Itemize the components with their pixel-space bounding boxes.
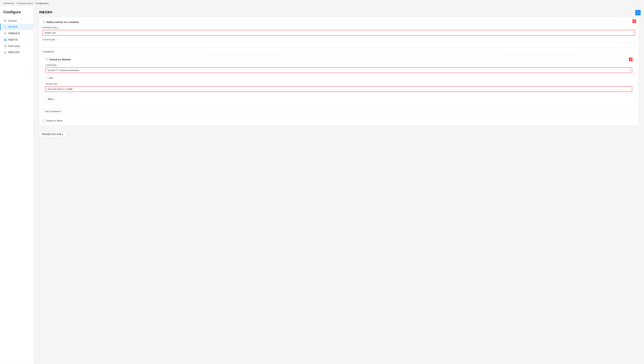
section-title: 构建后操作 xyxy=(39,11,638,14)
breadcrumb: Dashboard › Freestyle project › Configur… xyxy=(0,0,644,7)
add-container-dropdown-icon: ▾ xyxy=(60,110,61,113)
deploy-on-failure-label: Deploy on failure xyxy=(46,119,63,122)
sidebar-label-general: General xyxy=(8,19,17,22)
add-container-label: Add Container xyxy=(45,110,59,113)
deploy-card-close[interactable]: ✕ xyxy=(632,19,636,23)
containers-label: Containers xyxy=(42,50,635,53)
context-path-group: Context path ? xyxy=(42,38,635,48)
refresh-icon: ↻ xyxy=(4,32,6,35)
sidebar-label-post-build: 构建后操作 xyxy=(8,51,20,54)
edit-icon: ✎ xyxy=(637,11,639,14)
breadcrumb-sep-1: › xyxy=(15,2,16,5)
tomcat-url-label-text: Tomcat URL xyxy=(46,83,58,85)
breadcrumb-project[interactable]: Freestyle project xyxy=(17,2,33,5)
sidebar-item-build-env[interactable]: 🌐 构建环境 xyxy=(0,37,34,43)
advanced-dropdown-icon: ▾ xyxy=(53,98,54,101)
tomcat-container-card: ☰ Tomcat 8.x Remote ✕ Credentials tomcat… xyxy=(42,55,635,105)
war-ear-input[interactable] xyxy=(42,30,635,36)
globe-icon: 🌐 xyxy=(4,39,6,41)
deploy-card: ☰ Deploy war/ear to a container ✕ WAR/EA… xyxy=(39,17,638,125)
steps-icon: ☰ xyxy=(4,45,6,47)
advanced-button-text: 高级 xyxy=(48,98,52,101)
context-path-label-text: Context path xyxy=(42,38,55,41)
add-step-dropdown-icon: ▾ xyxy=(62,133,63,136)
sidebar-item-build-steps[interactable]: ☰ Build Steps xyxy=(0,43,34,49)
sidebar-label-source-mgmt: 源码管理 xyxy=(8,26,18,29)
main-content: ✎ 构建后操作 ☰ Deploy war/ear to a container … xyxy=(34,7,644,364)
credentials-select-wrap: tomcat/****** (tomcat-Username) ▾ xyxy=(46,67,632,73)
sidebar-item-general[interactable]: ⚙ General xyxy=(0,18,34,24)
tomcat-url-group: Tomcat URL ? xyxy=(46,83,632,92)
tomcat-card-close[interactable]: ✕ xyxy=(629,58,632,61)
tomcat-drag-handle-icon[interactable]: ☰ xyxy=(46,58,48,61)
credentials-label: Credentials xyxy=(46,64,632,66)
deploy-card-header: ☰ Deploy war/ear to a container xyxy=(42,21,635,24)
war-ear-label: WAR/EAR files ? xyxy=(42,26,635,29)
deploy-on-failure-checkbox[interactable] xyxy=(42,120,45,122)
credentials-label-text: Credentials xyxy=(46,64,56,66)
deploy-on-failure-row: Deploy on failure xyxy=(42,119,635,122)
context-path-help-icon[interactable]: ? xyxy=(56,39,57,41)
add-credentials-wrap: + 添加 xyxy=(46,76,632,81)
sidebar-label-build-steps: Build Steps xyxy=(8,45,20,47)
add-credentials-button[interactable]: + 添加 xyxy=(46,76,55,81)
sidebar-item-source-mgmt[interactable]: ⑂ 源码管理 xyxy=(0,24,34,30)
tomcat-card-header: ☰ Tomcat 8.x Remote xyxy=(46,58,632,61)
top-right-action-icon[interactable]: ✎ xyxy=(635,10,641,15)
add-post-build-step-button[interactable]: 增加构建后操作步骤 ▾ xyxy=(39,132,66,137)
post-build-icon: ◎ xyxy=(4,51,6,54)
sidebar-item-build-triggers[interactable]: ↻ 构建触发器 xyxy=(0,30,34,37)
sidebar-title: Configure xyxy=(0,10,34,18)
sidebar-label-build-triggers: 构建触发器 xyxy=(8,32,20,35)
add-container-wrap: Add Container ▾ xyxy=(42,107,635,114)
breadcrumb-dashboard[interactable]: Dashboard xyxy=(3,2,14,5)
tomcat-card-title: Tomcat 8.x Remote xyxy=(49,58,70,61)
tomcat-url-help-icon[interactable]: ? xyxy=(58,83,60,85)
drag-handle-icon[interactable]: ☰ xyxy=(42,21,45,24)
deploy-card-title: Deploy war/ear to a container xyxy=(46,21,79,24)
breadcrumb-current: Configuration xyxy=(36,2,49,5)
tomcat-url-label: Tomcat URL ? xyxy=(46,83,632,85)
sidebar: Configure ⚙ General ⑂ 源码管理 ↻ 构建触发器 🌐 构建环… xyxy=(0,7,34,364)
gear-icon: ⚙ xyxy=(4,19,6,22)
context-path-input[interactable] xyxy=(42,42,635,48)
add-container-button[interactable]: Add Container ▾ xyxy=(42,109,64,114)
add-step-label: 增加构建后操作步骤 xyxy=(42,133,61,136)
sidebar-label-build-env: 构建环境 xyxy=(8,38,18,41)
breadcrumb-sep-2: › xyxy=(34,2,35,5)
tomcat-url-input[interactable] xyxy=(46,86,632,92)
credentials-select[interactable]: tomcat/****** (tomcat-Username) xyxy=(46,67,632,73)
advanced-button[interactable]: 高级 ▾ xyxy=(46,97,56,102)
war-ear-label-text: WAR/EAR files xyxy=(42,26,57,29)
credentials-group: Credentials tomcat/****** (tomcat-Userna… xyxy=(46,64,632,73)
branch-icon: ⑂ xyxy=(4,26,6,28)
sidebar-item-post-build[interactable]: ◎ 构建后操作 xyxy=(0,49,34,56)
war-ear-group: WAR/EAR files ? xyxy=(42,26,635,36)
context-path-label: Context path ? xyxy=(42,38,635,41)
war-ear-help-icon[interactable]: ? xyxy=(58,27,60,29)
